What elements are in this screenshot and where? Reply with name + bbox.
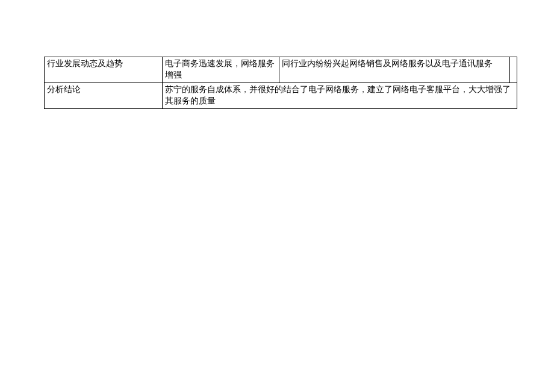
row2-label-cell: 分析结论	[45, 82, 163, 108]
data-table: 行业发展动态及趋势 电子商务迅速发展，网络服务增强 同行业内纷纷兴起网络销售及网…	[44, 57, 517, 109]
row1-mid-cell: 电子商务迅速发展，网络服务增强	[163, 57, 279, 83]
row1-extra-cell	[510, 57, 517, 83]
row2-content-cell: 苏宁的服务自成体系，并很好的结合了电子网络服务，建立了网络电子客服平台，大大增强…	[163, 82, 517, 108]
table-row: 行业发展动态及趋势 电子商务迅速发展，网络服务增强 同行业内纷纷兴起网络销售及网…	[45, 57, 517, 83]
row1-label-cell: 行业发展动态及趋势	[45, 57, 163, 83]
row1-right-cell: 同行业内纷纷兴起网络销售及网络服务以及电子通讯服务	[279, 57, 510, 83]
table-row: 分析结论 苏宁的服务自成体系，并很好的结合了电子网络服务，建立了网络电子客服平台…	[45, 82, 517, 108]
analysis-table: 行业发展动态及趋势 电子商务迅速发展，网络服务增强 同行业内纷纷兴起网络销售及网…	[44, 57, 517, 109]
